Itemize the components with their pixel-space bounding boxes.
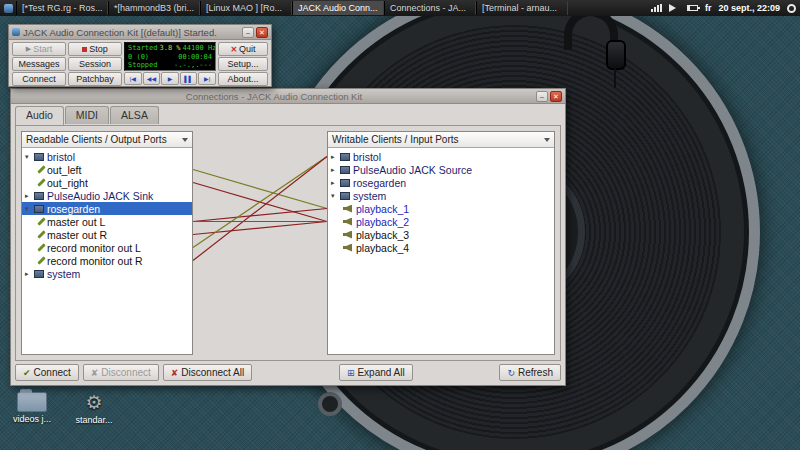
port-icon (37, 243, 45, 251)
tree-item-rosegarden[interactable]: ▾rosegarden (22, 202, 192, 215)
tree-item-rosegarden[interactable]: ▸rosegarden (328, 176, 554, 189)
connect-button[interactable]: ✔ Connect (15, 364, 79, 381)
tree-item-out-left[interactable]: out_left (22, 163, 192, 176)
taskbar-window-2[interactable]: [Linux MAO ] [Ro... (200, 1, 292, 15)
tab-alsa[interactable]: ALSA (110, 106, 159, 124)
chevron-down-icon (182, 138, 188, 142)
transport-controls: |◀ ◀◀ ▶ ▌▌ ▶| (124, 72, 216, 86)
close-button[interactable]: ✕ (256, 27, 268, 38)
audio-tab-panel: Readable Clients / Output Ports ▾bristol… (15, 125, 561, 361)
minimize-button[interactable]: – (536, 91, 548, 102)
disconnect-all-button[interactable]: ✘ Disconnect All (163, 364, 252, 381)
stop-label: Stop (89, 44, 108, 54)
chevron-right-icon[interactable]: ▸ (25, 270, 34, 278)
tab-midi[interactable]: MIDI (65, 106, 109, 124)
unplug-icon: ✘ (91, 368, 99, 378)
tree-item-label: PulseAudio JACK Source (353, 164, 472, 176)
chevron-right-icon[interactable]: ▸ (25, 192, 34, 200)
start-button[interactable]: ▶ Start (12, 42, 66, 56)
writable-clients-dropdown[interactable]: Writable Clients / Input Ports (328, 132, 554, 148)
messages-label: Messages (18, 59, 59, 69)
tree-item-record-monitor-out-r[interactable]: record monitor out R (22, 254, 192, 267)
desktop-icon-videos[interactable]: videos j... (2, 392, 62, 424)
chevron-down-icon[interactable]: ▾ (25, 205, 34, 213)
top-panel: [*Test RG.rg - Ros...*[hammondB3 (bri...… (0, 0, 800, 16)
tree-item-system[interactable]: ▾system (328, 189, 554, 202)
client-icon (34, 192, 44, 200)
tree-item-playback-4[interactable]: playback_4 (328, 241, 554, 254)
taskbar-window-0[interactable]: [*Test RG.rg - Ros... (16, 1, 108, 15)
client-icon (34, 270, 44, 278)
tree-item-bristol[interactable]: ▸bristol (328, 150, 554, 163)
tab-audio[interactable]: Audio (15, 106, 64, 125)
chevron-right-icon[interactable]: ▸ (331, 179, 340, 187)
expand-all-button[interactable]: ⊞ Expand All (339, 364, 413, 381)
tree-item-playback-3[interactable]: playback_3 (328, 228, 554, 241)
tree-item-label: rosegarden (353, 177, 406, 189)
transport-pause-button[interactable]: ▌▌ (180, 72, 198, 85)
tree-item-pulseaudio-jack-source[interactable]: ▸PulseAudio JACK Source (328, 163, 554, 176)
stop-button[interactable]: Stop (68, 42, 122, 56)
tree-item-out-right[interactable]: out_right (22, 176, 192, 189)
tree-item-label: out_right (47, 177, 88, 189)
port-icon (37, 256, 45, 264)
chevron-down-icon[interactable]: ▾ (331, 192, 340, 200)
minimize-button[interactable]: – (242, 27, 254, 38)
client-icon (34, 153, 44, 161)
connections-titlebar[interactable]: Connections - JACK Audio Connection Kit … (11, 89, 565, 104)
chevron-down-icon[interactable]: ▾ (25, 153, 34, 161)
desktop-icon-standard[interactable]: standar... (64, 392, 124, 425)
transport-play-button[interactable]: ▶ (161, 72, 179, 85)
clock[interactable]: 20 sept., 22:09 (718, 3, 780, 13)
connect-button[interactable]: Connect (12, 72, 66, 86)
setup-label: Setup... (227, 59, 258, 69)
battery-icon[interactable] (687, 5, 698, 11)
transport-backward-button[interactable]: ◀◀ (143, 72, 161, 85)
taskbar-window-1[interactable]: *[hammondB3 (bri... (108, 1, 200, 15)
tree-item-pulseaudio-jack-sink[interactable]: ▸PulseAudio JACK Sink (22, 189, 192, 202)
port-icon (37, 230, 45, 238)
tree-item-label: master out L (47, 216, 105, 228)
desktop-icon-label: videos j... (2, 414, 62, 424)
quit-button[interactable]: ✕ Quit (218, 42, 268, 56)
jack-sample-rate: 44100 Hz (183, 44, 216, 52)
tree-item-bristol[interactable]: ▾bristol (22, 150, 192, 163)
patchbay-label: Patchbay (76, 74, 114, 84)
port-icon (343, 231, 352, 239)
readable-clients-dropdown[interactable]: Readable Clients / Output Ports (22, 132, 192, 148)
chevron-right-icon[interactable]: ▸ (331, 166, 340, 174)
tree-item-master-out-l[interactable]: master out L (22, 215, 192, 228)
transport-rewind-button[interactable]: |◀ (124, 72, 142, 85)
session-button[interactable]: Session (68, 57, 122, 71)
refresh-label: Refresh (518, 367, 553, 378)
network-signal-icon[interactable] (651, 4, 662, 12)
close-button[interactable]: ✕ (550, 91, 562, 102)
taskbar-window-5[interactable]: [Terminal - arnau... (476, 1, 568, 15)
disconnect-button[interactable]: ✘ Disconnect (83, 364, 159, 381)
tree-item-system[interactable]: ▸system (22, 267, 192, 280)
tree-item-record-monitor-out-l[interactable]: record monitor out L (22, 241, 192, 254)
taskbar-window-4[interactable]: Connections - JA... (384, 1, 476, 15)
tree-item-label: playback_2 (356, 216, 409, 228)
jack-titlebar[interactable]: JACK Audio Connection Kit [(default)] St… (9, 25, 271, 40)
client-icon (340, 192, 350, 200)
chevron-right-icon[interactable]: ▸ (331, 153, 340, 161)
connections-tabs: Audio MIDI ALSA (11, 104, 565, 124)
setup-button[interactable]: Setup... (218, 57, 268, 71)
tree-item-playback-2[interactable]: playback_2 (328, 215, 554, 228)
refresh-button[interactable]: ↻ Refresh (499, 364, 561, 381)
about-button[interactable]: About... (218, 72, 268, 86)
tree-item-master-out-r[interactable]: master out R (22, 228, 192, 241)
taskbar-window-3[interactable]: JACK Audio Conn... (292, 1, 384, 15)
port-icon (343, 218, 352, 226)
transport-forward-button[interactable]: ▶| (198, 72, 216, 85)
tree-item-playback-1[interactable]: playback_1 (328, 202, 554, 215)
messages-button[interactable]: Messages (12, 57, 66, 71)
jack-window-title: JACK Audio Connection Kit [(default)] St… (23, 27, 217, 38)
patchbay-button[interactable]: Patchbay (68, 72, 122, 86)
keyboard-layout-indicator[interactable]: fr (705, 3, 712, 13)
volume-icon[interactable] (669, 4, 680, 12)
headphone-cord (614, 68, 616, 88)
power-icon[interactable] (787, 4, 796, 13)
tree-item-label: out_left (47, 164, 81, 176)
